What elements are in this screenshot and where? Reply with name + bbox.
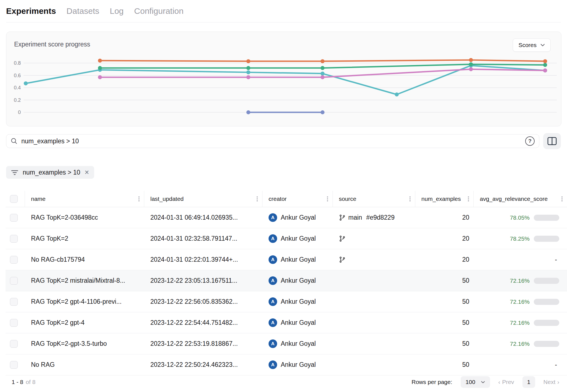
column-header-last-updated[interactable]: last_updated [144, 191, 262, 207]
data-point [24, 81, 28, 85]
table-row[interactable]: RAG TopK=2 gpt-42023-12-22 22:54:44.7514… [6, 312, 567, 333]
data-point [469, 62, 473, 66]
table-row[interactable]: RAG TopK=2 gpt-4-1106-previ...2023-12-22… [6, 291, 567, 312]
y-axis-tick-label: 0 [18, 110, 21, 115]
tab-experiments[interactable]: Experiments [6, 6, 56, 16]
experiment-name-cell[interactable]: RAG TopK=2-036498cc [25, 207, 144, 228]
chart-title: Experiment score progress [14, 41, 90, 48]
row-checkbox[interactable] [10, 319, 18, 327]
column-menu-icon[interactable] [256, 195, 259, 203]
chart-series-score-green [98, 62, 547, 70]
table-row[interactable]: No RAG2023-12-22 22:50:24.462323...AAnku… [6, 354, 567, 375]
rows-per-page-select[interactable]: 100 [461, 376, 490, 388]
column-label: source [339, 196, 356, 202]
column-label: name [31, 196, 46, 202]
avatar: A [269, 297, 277, 306]
row-checkbox[interactable] [10, 235, 18, 243]
row-checkbox[interactable] [10, 361, 18, 369]
data-point [321, 75, 324, 79]
column-header-avg-avg-relevance-score[interactable]: avg_avg_relevance_score [474, 191, 567, 207]
split-columns-icon [547, 137, 557, 145]
column-header-name[interactable]: name [25, 191, 144, 207]
table-row[interactable]: RAG TopK=2-gpt-3.5-turbo2023-12-22 22:53… [6, 333, 567, 354]
last-updated-cell: 2024-01-31 06:49:14.026935... [144, 207, 262, 228]
column-menu-icon[interactable] [326, 195, 329, 203]
data-point [543, 59, 547, 63]
filter-chip[interactable]: num_examples > 10 × [6, 166, 94, 179]
tab-log[interactable]: Log [110, 6, 123, 16]
prev-page-button[interactable]: ‹ Prev [498, 379, 514, 385]
source-cell [333, 249, 415, 270]
table-row[interactable]: RAG TopK=22024-01-31 02:32:58.791147...A… [6, 228, 567, 249]
help-icon[interactable]: ? [525, 136, 535, 146]
tab-datasets[interactable]: Datasets [66, 6, 99, 16]
experiment-name-cell[interactable]: RAG TopK=2 [25, 228, 144, 249]
creator-cell: AAnkur Goyal [262, 354, 333, 375]
experiment-name-cell[interactable]: RAG TopK=2 gpt-4 [25, 312, 144, 333]
row-total: of 8 [26, 379, 35, 385]
row-checkbox[interactable] [10, 277, 18, 285]
experiment-name-cell[interactable]: No RAG [25, 354, 144, 375]
relevance-score-cell: 78.05% [474, 207, 567, 228]
creator-cell: AAnkur Goyal [262, 270, 333, 291]
columns-toggle-button[interactable] [543, 133, 561, 149]
column-menu-icon[interactable] [560, 195, 564, 203]
column-header-source[interactable]: source [333, 191, 415, 207]
row-checkbox[interactable] [10, 214, 18, 222]
column-menu-icon[interactable] [467, 195, 470, 203]
tab-configuration[interactable]: Configuration [134, 6, 184, 16]
empty-score-dash: - [555, 256, 557, 263]
scores-dropdown-label: Scores [519, 42, 537, 48]
row-checkbox[interactable] [10, 298, 18, 306]
table-header: name last_updated creator source num_exa… [6, 191, 567, 207]
row-checkbox[interactable] [10, 340, 18, 348]
num-examples-cell: 50 [415, 291, 474, 312]
page-number-button[interactable]: 1 [522, 376, 535, 388]
table-row[interactable]: No RAG-cb1757942024-01-31 02:22:01.39744… [6, 249, 567, 270]
relevance-score-cell: 72.16% [474, 312, 567, 333]
branch-name: main [348, 214, 362, 221]
data-point [321, 110, 324, 114]
relevance-score-cell: 72.16% [474, 291, 567, 312]
scores-dropdown-button[interactable]: Scores [513, 38, 551, 52]
next-page-button[interactable]: Next › [543, 379, 559, 385]
filter-icon [11, 169, 18, 176]
last-updated-value: 2024-01-31 02:32:58.791147... [150, 235, 237, 242]
relevance-score-cell: - [474, 249, 567, 270]
experiment-name-cell[interactable]: RAG TopK=2-gpt-3.5-turbo [25, 333, 144, 354]
creator-name: Ankur Goyal [281, 340, 316, 347]
table-row[interactable]: RAG TopK=2-036498cc2024-01-31 06:49:14.0… [6, 207, 567, 228]
y-axis-tick-label: 0.2 [14, 97, 21, 103]
close-icon[interactable]: × [85, 169, 89, 176]
data-point [98, 66, 102, 70]
creator-cell: AAnkur Goyal [262, 249, 333, 270]
row-checkbox[interactable] [10, 256, 18, 264]
prev-label: Prev [502, 379, 514, 385]
num-examples-cell: 20 [415, 249, 474, 270]
data-point [543, 63, 547, 67]
avatar: A [269, 255, 277, 264]
chart-series-score-orange [98, 58, 547, 63]
select-all-checkbox[interactable] [10, 195, 18, 203]
column-menu-icon[interactable] [408, 195, 412, 203]
row-checkbox-cell [6, 207, 25, 228]
column-menu-icon[interactable] [137, 195, 141, 203]
column-label: avg_avg_relevance_score [480, 196, 548, 202]
search-input[interactable] [21, 137, 522, 145]
experiment-name-cell[interactable]: RAG TopK=2 mistralai/Mixtral-8... [25, 270, 144, 291]
data-point [98, 68, 102, 72]
git-branch-icon [339, 214, 346, 221]
source-cell: main#e9d8229 [333, 207, 415, 228]
score-percent: 72.16% [510, 341, 530, 347]
num-examples-cell: 20 [415, 228, 474, 249]
chevron-left-icon: ‹ [498, 379, 500, 385]
column-header-creator[interactable]: creator [262, 191, 333, 207]
creator-cell: AAnkur Goyal [262, 207, 333, 228]
table-row[interactable]: RAG TopK=2 mistralai/Mixtral-8...2023-12… [6, 270, 567, 291]
column-header-num-examples[interactable]: num_examples [415, 191, 474, 207]
num-examples-value: 20 [462, 256, 469, 263]
table-body: RAG TopK=2-036498cc2024-01-31 06:49:14.0… [6, 207, 567, 375]
experiment-name-cell[interactable]: No RAG-cb175794 [25, 249, 144, 270]
row-checkbox-cell [6, 291, 25, 312]
experiment-name-cell[interactable]: RAG TopK=2 gpt-4-1106-previ... [25, 291, 144, 312]
